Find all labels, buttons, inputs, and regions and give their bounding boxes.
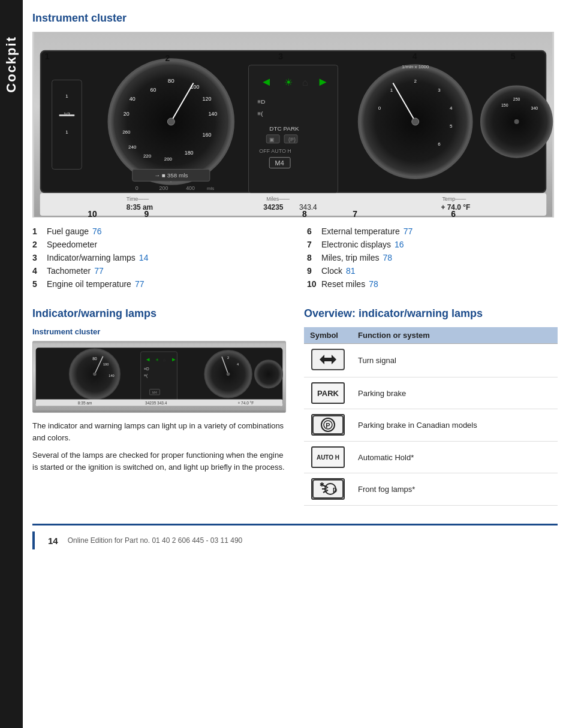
- lower-section: Indicator/warning lamps Instrument clust…: [32, 307, 558, 506]
- item-link[interactable]: 76: [92, 226, 102, 236]
- list-item: 1 Fuel gauge 76: [32, 225, 283, 238]
- function-text: Front fog lamps*: [358, 485, 415, 494]
- warning-lamps-section: Indicator/warning lamps Instrument clust…: [32, 307, 286, 506]
- svg-text:9: 9: [144, 209, 149, 217]
- svg-text:34235   343.4: 34235 343.4: [145, 401, 167, 405]
- item-label: Fuel gauge: [47, 226, 89, 236]
- svg-text:1: 1: [390, 87, 393, 93]
- item-link[interactable]: 81: [346, 266, 356, 276]
- svg-text:3: 3: [278, 52, 283, 61]
- footer-bar: [32, 531, 35, 549]
- svg-text:☀: ☀: [155, 357, 159, 363]
- col-symbol: Symbol: [304, 327, 352, 344]
- main-content: Instrument cluster: [23, 0, 572, 728]
- item-label: Indicator/warning lamps: [47, 253, 136, 262]
- item-number: 6: [307, 226, 318, 236]
- svg-text:P: P: [326, 422, 330, 429]
- svg-text:6: 6: [438, 141, 441, 147]
- svg-text:8:35 am: 8:35 am: [127, 203, 153, 212]
- svg-text:►: ►: [317, 75, 329, 88]
- svg-text:34235: 34235: [263, 203, 283, 212]
- svg-point-58: [514, 119, 519, 124]
- item-label: Reset miles: [321, 279, 365, 289]
- warning-lamps-title: Indicator/warning lamps: [32, 307, 286, 320]
- svg-text:☀: ☀: [284, 77, 293, 87]
- table-row: Turn signal: [304, 344, 558, 377]
- table-row: PARK Parking brake: [304, 377, 558, 409]
- item-link[interactable]: 78: [369, 279, 378, 289]
- symbol-cell: ✱ D: [304, 473, 352, 506]
- svg-text:5: 5: [511, 52, 516, 61]
- svg-text:M4: M4: [275, 159, 284, 167]
- overview-section: Overview: indicator/warning lamps Symbol…: [304, 307, 558, 506]
- svg-text:▣: ▣: [269, 137, 275, 143]
- item-link[interactable]: 77: [404, 226, 413, 236]
- auto-hold-icon: AUTO H: [311, 446, 345, 468]
- symbol-cell: [304, 344, 352, 377]
- svg-text:M4: M4: [152, 391, 157, 394]
- svg-text:340: 340: [531, 106, 538, 110]
- item-number: 10: [307, 279, 318, 289]
- warning-body2: Several of the lamps are checked for pro…: [32, 449, 286, 473]
- svg-text:Miles——: Miles——: [266, 196, 290, 202]
- footer-text: Online Edition for Part no. 01 40 2 606 …: [68, 536, 243, 545]
- item-label: Engine oil temperature: [47, 279, 131, 289]
- svg-text:2: 2: [165, 53, 170, 63]
- items-grid: 1 Fuel gauge 76 2 Speedometer 3 Indicato…: [32, 225, 558, 291]
- svg-text:100: 100: [103, 363, 109, 366]
- footer: 14 Online Edition for Part no. 01 40 2 6…: [32, 524, 558, 549]
- item-number: 7: [307, 240, 318, 249]
- svg-point-53: [412, 118, 419, 125]
- svg-text:140: 140: [109, 374, 114, 377]
- item-link[interactable]: 78: [383, 253, 392, 262]
- svg-text:120: 120: [202, 96, 211, 102]
- svg-text:✱: ✱: [320, 482, 324, 488]
- item-number: 1: [32, 226, 43, 236]
- item-link[interactable]: 16: [395, 240, 404, 249]
- parking-brake-icon: PARK: [311, 382, 345, 404]
- item-link[interactable]: 77: [135, 279, 144, 289]
- item-label: Speedometer: [47, 240, 97, 249]
- svg-text:1/min x 1000: 1/min x 1000: [402, 64, 429, 70]
- function-text: Turn signal: [358, 356, 396, 365]
- table-row: AUTO H Automatic Hold*: [304, 442, 558, 473]
- svg-text:240: 240: [128, 144, 137, 150]
- svg-text:Time——: Time——: [127, 196, 149, 202]
- svg-text:140: 140: [208, 111, 217, 117]
- svg-text:≡D: ≡D: [144, 367, 149, 371]
- item-label: Electronic displays: [321, 240, 391, 249]
- svg-text:≡D: ≡D: [257, 98, 265, 105]
- page-number: 14: [48, 536, 58, 546]
- svg-rect-64: [40, 193, 547, 216]
- function-text: Parking brake in Canadian models: [358, 421, 477, 430]
- svg-text:180: 180: [185, 150, 194, 156]
- svg-text:20: 20: [124, 111, 130, 117]
- table-row: ✱ D Front fog lamps*: [304, 473, 558, 506]
- list-item: 8 Miles, trip miles 78: [307, 251, 558, 264]
- item-link[interactable]: 77: [94, 266, 104, 276]
- svg-point-103: [227, 373, 230, 376]
- item-number: 3: [32, 253, 43, 262]
- item-link[interactable]: 14: [139, 253, 149, 262]
- svg-text:DTC  PARK: DTC PARK: [269, 125, 299, 132]
- item-number: 8: [307, 253, 318, 262]
- parking-brake-canadian-icon: P: [311, 414, 345, 436]
- warning-lamps-subsection: Instrument cluster: [32, 327, 286, 336]
- item-label: Miles, trip miles: [321, 253, 379, 262]
- function-cell: Parking brake in Canadian models: [352, 409, 558, 442]
- svg-point-21: [167, 118, 174, 125]
- svg-text:150: 150: [501, 103, 508, 107]
- item-label: Clock: [321, 266, 342, 276]
- svg-text:OFF AUTO H: OFF AUTO H: [259, 148, 291, 154]
- svg-text:→ ■ 358 mls: → ■ 358 mls: [154, 172, 188, 179]
- overview-title: Overview: indicator/warning lamps: [304, 307, 558, 320]
- fog-lamp-icon: ✱ D: [311, 478, 345, 500]
- list-item: 2 Speedometer: [32, 238, 283, 251]
- turn-signal-icon: [311, 349, 345, 370]
- symbol-cell: PARK: [304, 377, 352, 409]
- svg-text:+ 74.0 °F: + 74.0 °F: [237, 401, 254, 405]
- function-cell: Automatic Hold*: [352, 442, 558, 473]
- item-number: 4: [32, 266, 43, 276]
- svg-rect-116: [313, 480, 343, 498]
- cluster-thumbnail: 80 100 140 ◄ ☀ ⌂ ► ≡D ≡( M4: [32, 341, 286, 413]
